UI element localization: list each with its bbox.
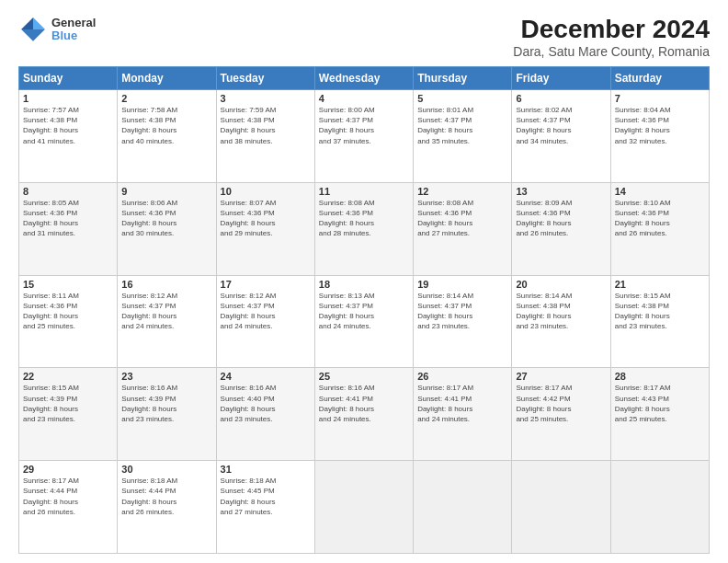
day-number: 15 bbox=[23, 279, 113, 290]
svg-marker-2 bbox=[21, 17, 33, 29]
day-number: 6 bbox=[516, 93, 606, 104]
day-number: 16 bbox=[121, 279, 211, 290]
calendar-subtitle: Dara, Satu Mare County, Romania bbox=[513, 44, 710, 59]
day-info: Sunrise: 8:18 AM Sunset: 4:44 PM Dayligh… bbox=[121, 476, 211, 517]
day-info: Sunrise: 8:14 AM Sunset: 4:37 PM Dayligh… bbox=[417, 291, 507, 332]
table-row: 2Sunrise: 7:58 AM Sunset: 4:38 PM Daylig… bbox=[118, 90, 216, 183]
day-info: Sunrise: 8:12 AM Sunset: 4:37 PM Dayligh… bbox=[121, 291, 211, 332]
day-info: Sunrise: 8:08 AM Sunset: 4:36 PM Dayligh… bbox=[417, 198, 507, 239]
day-info: Sunrise: 8:08 AM Sunset: 4:36 PM Dayligh… bbox=[319, 198, 409, 239]
day-number: 11 bbox=[319, 186, 409, 197]
day-info: Sunrise: 8:15 AM Sunset: 4:39 PM Dayligh… bbox=[23, 383, 113, 424]
day-number: 28 bbox=[615, 371, 705, 382]
table-row: 27Sunrise: 8:17 AM Sunset: 4:42 PM Dayli… bbox=[512, 368, 610, 461]
day-number: 19 bbox=[417, 279, 507, 290]
table-row: 5Sunrise: 8:01 AM Sunset: 4:37 PM Daylig… bbox=[414, 90, 512, 183]
day-number: 4 bbox=[319, 93, 409, 104]
table-row: 1Sunrise: 7:57 AM Sunset: 4:38 PM Daylig… bbox=[19, 90, 118, 183]
day-number: 29 bbox=[23, 464, 113, 475]
header-saturday: Saturday bbox=[610, 67, 709, 90]
day-number: 26 bbox=[417, 371, 507, 382]
svg-marker-1 bbox=[33, 17, 45, 29]
calendar-week-row: 22Sunrise: 8:15 AM Sunset: 4:39 PM Dayli… bbox=[19, 368, 710, 461]
day-number: 13 bbox=[516, 186, 606, 197]
table-row: 21Sunrise: 8:15 AM Sunset: 4:38 PM Dayli… bbox=[610, 275, 709, 368]
day-number: 2 bbox=[121, 93, 211, 104]
table-row: 7Sunrise: 8:04 AM Sunset: 4:36 PM Daylig… bbox=[610, 90, 709, 183]
day-info: Sunrise: 8:17 AM Sunset: 4:41 PM Dayligh… bbox=[417, 383, 507, 424]
day-info: Sunrise: 8:17 AM Sunset: 4:42 PM Dayligh… bbox=[516, 383, 606, 424]
logo-icon bbox=[18, 15, 48, 44]
day-info: Sunrise: 8:17 AM Sunset: 4:44 PM Dayligh… bbox=[23, 476, 113, 517]
table-row: 15Sunrise: 8:11 AM Sunset: 4:36 PM Dayli… bbox=[19, 275, 118, 368]
day-info: Sunrise: 8:00 AM Sunset: 4:37 PM Dayligh… bbox=[319, 105, 409, 146]
day-info: Sunrise: 8:14 AM Sunset: 4:38 PM Dayligh… bbox=[516, 291, 606, 332]
table-row: 25Sunrise: 8:16 AM Sunset: 4:41 PM Dayli… bbox=[314, 368, 413, 461]
day-info: Sunrise: 8:18 AM Sunset: 4:45 PM Dayligh… bbox=[221, 476, 311, 517]
table-row: 29Sunrise: 8:17 AM Sunset: 4:44 PM Dayli… bbox=[19, 461, 118, 554]
day-number: 27 bbox=[516, 371, 606, 382]
day-number: 9 bbox=[121, 186, 211, 197]
day-number: 5 bbox=[417, 93, 507, 104]
day-info: Sunrise: 8:01 AM Sunset: 4:37 PM Dayligh… bbox=[417, 105, 507, 146]
table-row: 18Sunrise: 8:13 AM Sunset: 4:37 PM Dayli… bbox=[314, 275, 413, 368]
day-number: 25 bbox=[319, 371, 409, 382]
calendar-header-row: Sunday Monday Tuesday Wednesday Thursday… bbox=[19, 67, 710, 90]
table-row: 22Sunrise: 8:15 AM Sunset: 4:39 PM Dayli… bbox=[19, 368, 118, 461]
table-row: 23Sunrise: 8:16 AM Sunset: 4:39 PM Dayli… bbox=[118, 368, 216, 461]
day-info: Sunrise: 7:57 AM Sunset: 4:38 PM Dayligh… bbox=[23, 105, 113, 146]
calendar-table: Sunday Monday Tuesday Wednesday Thursday… bbox=[18, 66, 710, 554]
day-number: 31 bbox=[221, 464, 311, 475]
day-info: Sunrise: 8:09 AM Sunset: 4:36 PM Dayligh… bbox=[516, 198, 606, 239]
table-row bbox=[512, 461, 610, 554]
table-row: 30Sunrise: 8:18 AM Sunset: 4:44 PM Dayli… bbox=[118, 461, 216, 554]
calendar-week-row: 29Sunrise: 8:17 AM Sunset: 4:44 PM Dayli… bbox=[19, 461, 710, 554]
day-info: Sunrise: 8:06 AM Sunset: 4:36 PM Dayligh… bbox=[121, 198, 211, 239]
table-row: 14Sunrise: 8:10 AM Sunset: 4:36 PM Dayli… bbox=[610, 182, 709, 275]
calendar-week-row: 15Sunrise: 8:11 AM Sunset: 4:36 PM Dayli… bbox=[19, 275, 710, 368]
day-number: 30 bbox=[121, 464, 211, 475]
header-tuesday: Tuesday bbox=[216, 67, 314, 90]
header: General Blue December 2024 Dara, Satu Ma… bbox=[18, 15, 710, 59]
table-row bbox=[314, 461, 413, 554]
table-row: 9Sunrise: 8:06 AM Sunset: 4:36 PM Daylig… bbox=[118, 182, 216, 275]
day-number: 18 bbox=[319, 279, 409, 290]
table-row: 8Sunrise: 8:05 AM Sunset: 4:36 PM Daylig… bbox=[19, 182, 118, 275]
day-number: 7 bbox=[615, 93, 705, 104]
day-info: Sunrise: 8:04 AM Sunset: 4:36 PM Dayligh… bbox=[615, 105, 705, 146]
day-info: Sunrise: 8:16 AM Sunset: 4:41 PM Dayligh… bbox=[319, 383, 409, 424]
table-row bbox=[610, 461, 709, 554]
table-row: 13Sunrise: 8:09 AM Sunset: 4:36 PM Dayli… bbox=[512, 182, 610, 275]
table-row: 17Sunrise: 8:12 AM Sunset: 4:37 PM Dayli… bbox=[216, 275, 314, 368]
day-number: 21 bbox=[615, 279, 705, 290]
logo-line1: General bbox=[51, 17, 96, 29]
calendar-title: December 2024 bbox=[513, 15, 710, 44]
table-row: 31Sunrise: 8:18 AM Sunset: 4:45 PM Dayli… bbox=[216, 461, 314, 554]
header-wednesday: Wednesday bbox=[314, 67, 413, 90]
day-number: 3 bbox=[221, 93, 311, 104]
day-info: Sunrise: 8:16 AM Sunset: 4:39 PM Dayligh… bbox=[121, 383, 211, 424]
header-friday: Friday bbox=[512, 67, 610, 90]
day-info: Sunrise: 8:05 AM Sunset: 4:36 PM Dayligh… bbox=[23, 198, 113, 239]
page: General Blue December 2024 Dara, Satu Ma… bbox=[0, 0, 728, 563]
calendar-week-row: 1Sunrise: 7:57 AM Sunset: 4:38 PM Daylig… bbox=[19, 90, 710, 183]
day-info: Sunrise: 8:15 AM Sunset: 4:38 PM Dayligh… bbox=[615, 291, 705, 332]
logo: General Blue bbox=[18, 15, 96, 44]
day-number: 17 bbox=[221, 279, 311, 290]
day-info: Sunrise: 8:02 AM Sunset: 4:37 PM Dayligh… bbox=[516, 105, 606, 146]
title-block: December 2024 Dara, Satu Mare County, Ro… bbox=[513, 15, 710, 59]
table-row: 4Sunrise: 8:00 AM Sunset: 4:37 PM Daylig… bbox=[314, 90, 413, 183]
day-number: 1 bbox=[23, 93, 113, 104]
calendar-week-row: 8Sunrise: 8:05 AM Sunset: 4:36 PM Daylig… bbox=[19, 182, 710, 275]
table-row: 3Sunrise: 7:59 AM Sunset: 4:38 PM Daylig… bbox=[216, 90, 314, 183]
table-row: 11Sunrise: 8:08 AM Sunset: 4:36 PM Dayli… bbox=[314, 182, 413, 275]
table-row: 16Sunrise: 8:12 AM Sunset: 4:37 PM Dayli… bbox=[118, 275, 216, 368]
day-info: Sunrise: 8:13 AM Sunset: 4:37 PM Dayligh… bbox=[319, 291, 409, 332]
day-info: Sunrise: 7:59 AM Sunset: 4:38 PM Dayligh… bbox=[221, 105, 311, 146]
table-row bbox=[414, 461, 512, 554]
day-number: 22 bbox=[23, 371, 113, 382]
table-row: 6Sunrise: 8:02 AM Sunset: 4:37 PM Daylig… bbox=[512, 90, 610, 183]
table-row: 12Sunrise: 8:08 AM Sunset: 4:36 PM Dayli… bbox=[414, 182, 512, 275]
day-number: 24 bbox=[221, 371, 311, 382]
day-info: Sunrise: 8:16 AM Sunset: 4:40 PM Dayligh… bbox=[221, 383, 311, 424]
